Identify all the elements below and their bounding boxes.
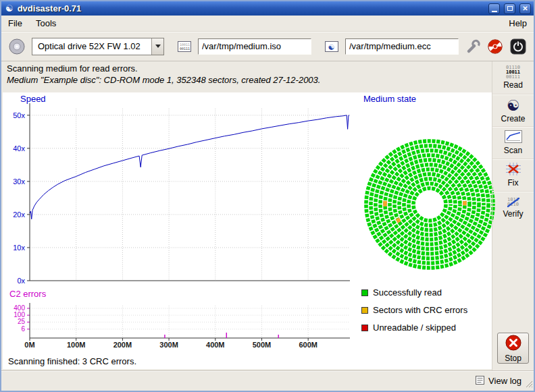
menu-tools[interactable]: Tools [36,18,56,28]
app-logo-yinyang-icon: ☯ [5,4,14,13]
svg-text:600M: 600M [299,341,317,349]
legend-item-success: Successfully read [361,287,467,298]
svg-text:6: 6 [21,325,25,333]
svg-text:40x: 40x [13,144,25,152]
svg-text:☯: ☯ [328,43,335,51]
scan-button-label: Scan [504,146,522,155]
svg-text:400M: 400M [206,341,225,349]
legend-label: Unreadable / skipped [373,323,456,333]
resize-grip[interactable] [524,379,533,390]
svg-text:300M: 300M [159,341,178,349]
status-line-1: Scanning medium for read errors. [7,63,138,74]
verify-button-label: Verify [503,209,523,219]
c2-chart-title: C2 errors [9,289,46,299]
app-window: ☯ dvdisaster-0.71 ✕ File Tools Help Opti… [0,0,535,392]
svg-text:100: 100 [14,311,25,318]
svg-text:30x: 30x [13,177,25,186]
maximize-icon [507,6,513,11]
legend-swatch [361,289,368,296]
cd-drive-icon [8,38,26,55]
ecc-file-input[interactable] [345,38,459,55]
legend-swatch [361,307,368,314]
action-sidebar: 01110 10011 00111 Read ☯ Create [492,61,534,370]
drive-selector-value: Optical drive 52X FW 1.02 [32,38,151,55]
menu-file[interactable]: File [8,18,22,28]
statusbar: View log [1,370,534,391]
read-button[interactable]: 01110 10011 00111 Read [492,61,534,94]
svg-text:20x: 20x [13,211,25,219]
create-button-label: Create [501,114,525,123]
scan-icon [505,130,522,145]
svg-text:200M: 200M [113,341,132,349]
drive-selector-dropdown-button[interactable] [151,38,163,55]
legend-item-unreadable: Unreadable / skipped [361,323,467,333]
preferences-wrench-button[interactable] [465,38,481,55]
legend-item-crc: Sectors with CRC errors [361,305,467,315]
svg-text:500M: 500M [253,341,272,349]
drive-selector[interactable]: Optical drive 52X FW 1.02 [32,38,164,55]
ecc-lifebuoy-disc-button[interactable] [487,38,503,55]
window-title: dvdisaster-0.71 [18,3,82,13]
fix-stitch-icon [506,163,521,177]
svg-text:400: 400 [14,304,25,312]
stop-button-label: Stop [505,354,521,363]
medium-state-title: Medium state [363,94,416,104]
view-log-icon [476,376,484,387]
close-icon: ✕ [522,5,528,12]
svg-text:0M: 0M [24,341,34,349]
close-button[interactable]: ✕ [519,3,531,14]
svg-text:10x: 10x [13,244,25,252]
chevron-down-icon [155,45,161,48]
status-line-2: Medium "Example disc": CD-ROM mode 1, 35… [7,75,320,85]
fix-button[interactable]: Fix [492,159,534,191]
verify-button[interactable]: 1011 0110 Verify [492,191,534,223]
toolbar: Optical drive 52X FW 1.02 10011 00111 ☯ [1,32,534,61]
medium-state-legend: Successfully read Sectors with CRC error… [361,287,467,333]
create-button[interactable]: ☯ Create [492,94,534,126]
maximize-button[interactable] [504,3,515,14]
create-yinyang-icon: ☯ [507,98,520,113]
svg-text:0x: 0x [17,277,25,285]
image-file-input[interactable] [198,38,311,55]
stop-button[interactable]: Stop [497,333,529,364]
speed-chart-title: Speed [20,94,46,104]
scan-button[interactable]: Scan [492,126,534,159]
menubar: File Tools Help [1,16,534,32]
verify-icon: 1011 0110 [506,196,521,208]
fix-button-label: Fix [508,178,519,188]
image-file-icon: 10011 00111 [177,39,192,54]
read-button-label: Read [503,80,523,90]
svg-text:00111: 00111 [180,47,190,51]
disc-svg [361,136,499,273]
view-log-button[interactable]: View log [488,376,521,386]
titlebar: ☯ dvdisaster-0.71 ✕ [1,1,534,16]
read-icon: 01110 10011 00111 [506,65,520,80]
scan-result-text: Scanning finished: 3 CRC errors. [8,356,136,366]
quit-power-button[interactable] [509,38,527,55]
menu-help[interactable]: Help [509,18,527,28]
drawing-canvas: 0M100M200M300M400M500M600M0x10x20x30x40x… [3,92,492,369]
legend-swatch [361,325,368,331]
svg-text:25: 25 [18,318,26,325]
ecc-file-icon: ☯ [324,39,339,54]
svg-text:100M: 100M [67,341,86,349]
content-area: Scanning medium for read errors. Medium … [1,61,534,370]
minimize-icon [492,11,497,12]
legend-label: Sectors with CRC errors [373,305,467,315]
stop-icon [505,334,522,354]
svg-text:50x: 50x [13,111,25,119]
legend-label: Successfully read [373,287,442,298]
minimize-button[interactable] [488,3,500,14]
